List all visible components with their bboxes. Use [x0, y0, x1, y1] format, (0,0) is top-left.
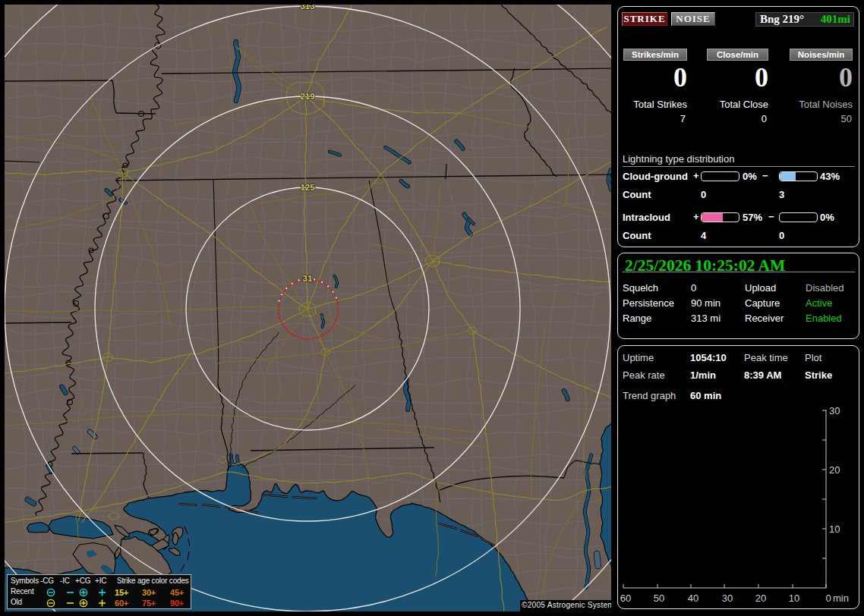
svg-text:40: 40	[688, 592, 698, 604]
svg-text:30+: 30+	[142, 588, 156, 597]
svg-text:125: 125	[300, 183, 315, 192]
svg-text:20: 20	[755, 592, 766, 604]
svg-text:50: 50	[654, 592, 664, 604]
svg-text:30: 30	[829, 405, 840, 416]
svg-text:min: min	[833, 592, 849, 604]
svg-text:30: 30	[722, 592, 733, 604]
svg-text:10: 10	[829, 523, 840, 535]
svg-text:90+: 90+	[170, 599, 184, 608]
svg-text:45+: 45+	[170, 588, 184, 597]
svg-text:©2005 Astrogenic Systems: ©2005 Astrogenic Systems	[522, 601, 618, 609]
svg-text:0: 0	[825, 592, 831, 604]
svg-text:75+: 75+	[142, 599, 156, 608]
svg-text:20: 20	[829, 464, 840, 476]
svg-text:15+: 15+	[115, 588, 128, 597]
svg-text:219: 219	[300, 92, 314, 101]
svg-text:60: 60	[620, 592, 631, 604]
svg-text:60+: 60+	[115, 599, 128, 608]
svg-text:313: 313	[300, 2, 314, 11]
svg-text:31: 31	[303, 274, 313, 283]
svg-text:10: 10	[789, 592, 799, 604]
